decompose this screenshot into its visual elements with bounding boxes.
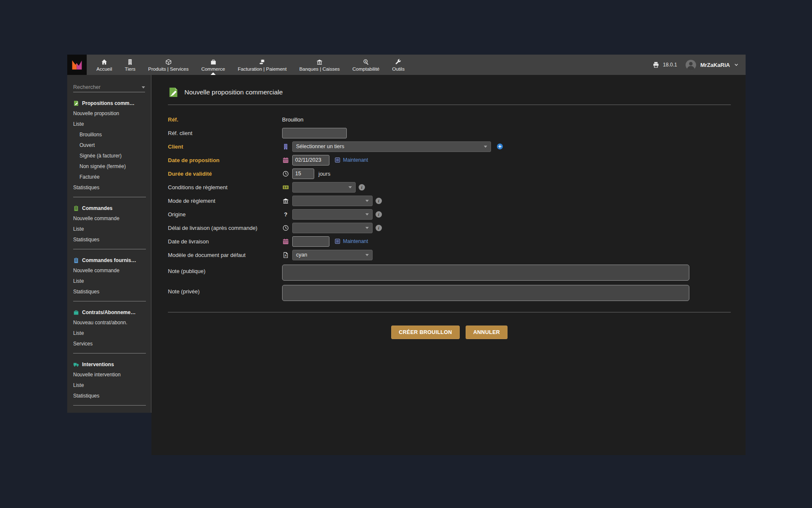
sidebar-section-header[interactable]: Interventions	[73, 362, 145, 367]
now-link[interactable]: Maintenant	[343, 157, 368, 163]
products-cube-icon	[165, 59, 172, 65]
form-row: Réf.Brouillon	[168, 113, 731, 126]
sidebar-item[interactable]: Nouvelle commande	[73, 265, 145, 276]
sidebar-separator	[73, 197, 146, 197]
page-title-row: Nouvelle proposition commerciale	[168, 87, 731, 98]
menu-item-comptabilit-[interactable]: $Comptabilité	[346, 55, 386, 75]
sidebar-item[interactable]: Nouvelle commande	[73, 213, 145, 224]
now-checkbox[interactable]	[335, 157, 340, 163]
menu-item-produits-services[interactable]: Produits | Services	[142, 55, 195, 75]
thirdparty-building-icon	[127, 59, 133, 65]
clock-icon	[282, 171, 289, 177]
top-navbar: AccueilTiersProduits | ServicesCommerceF…	[67, 55, 746, 75]
date-input[interactable]	[292, 155, 329, 166]
field-value: Maintenant	[282, 236, 368, 247]
form-row: Note (publique)	[168, 265, 731, 281]
sidebar-item[interactable]: Signée (à facturer)	[73, 150, 145, 161]
sidebar-section-header[interactable]: Commandes	[73, 205, 145, 211]
proposal-icon	[168, 87, 179, 98]
now-checkbox[interactable]	[335, 239, 340, 244]
form-row: Date de livraisonMaintenant	[168, 235, 731, 248]
sidebar-item[interactable]: Services	[73, 338, 145, 349]
company-building-icon	[282, 144, 289, 150]
caret-down-icon	[365, 200, 369, 202]
sidebar-item[interactable]: Statistiques	[73, 182, 145, 193]
document-model-icon: A	[282, 252, 289, 258]
menu-item-outils[interactable]: Outils	[386, 55, 411, 75]
sidebar-section-header[interactable]: Propositions comm…	[73, 100, 145, 106]
sidebar-item[interactable]: Liste	[73, 380, 145, 390]
home-icon	[101, 59, 107, 65]
form-row: Délai de livraison (après commande)i	[168, 221, 731, 235]
menu-item-commerce[interactable]: Commerce	[195, 55, 231, 75]
money-bill-icon: $	[282, 184, 289, 190]
svg-text:?: ?	[284, 211, 287, 218]
form-row: Origine?i	[168, 207, 731, 221]
select-field[interactable]: cyan	[292, 250, 373, 260]
proposal-form: Réf.BrouillonRéf. clientClientSélectionn…	[168, 113, 731, 301]
sidebar-item[interactable]: Nouveau contrat/abonn.	[73, 317, 145, 328]
sidebar-item[interactable]: Facturée	[73, 171, 145, 182]
info-icon[interactable]: i	[359, 184, 365, 190]
menu-item-label: Outils	[392, 66, 404, 72]
now-link[interactable]: Maintenant	[343, 238, 368, 244]
menu-item-accueil[interactable]: Accueil	[90, 55, 118, 75]
svg-text:$: $	[283, 185, 285, 189]
sidebar-item[interactable]: Brouillons	[73, 129, 145, 140]
sidebar-section-title: Interventions	[82, 362, 114, 367]
tools-wrench-icon	[395, 59, 401, 65]
sidebar-item[interactable]: Statistiques	[73, 234, 145, 245]
print-icon[interactable]	[653, 61, 659, 68]
select-field[interactable]: Sélectionner un tiers	[292, 141, 491, 152]
info-icon[interactable]: i	[376, 198, 382, 204]
date-input[interactable]	[292, 236, 329, 247]
title-separator	[168, 105, 731, 105]
select-field[interactable]	[292, 209, 373, 220]
bank-icon	[283, 198, 289, 204]
menu-item-tiers[interactable]: Tiers	[118, 55, 142, 75]
sidebar-item[interactable]: Liste	[73, 328, 145, 338]
sidebar-item[interactable]: Statistiques	[73, 286, 145, 297]
menu-item-facturation-paiement[interactable]: Facturation | Paiement	[231, 55, 293, 75]
text-input[interactable]	[282, 128, 347, 138]
create-draft-button[interactable]: CRÉER BROUILLON	[391, 326, 460, 339]
clock-icon	[283, 171, 289, 177]
sidebar-separator	[73, 249, 146, 249]
select-field[interactable]	[292, 223, 373, 233]
sidebar-section-header[interactable]: Contrats/Abonneme…	[73, 309, 145, 315]
app-logo[interactable]	[67, 55, 87, 75]
field-value	[282, 265, 689, 281]
search-input[interactable]	[73, 84, 142, 90]
chevron-down-icon[interactable]	[734, 62, 739, 67]
info-icon[interactable]: i	[376, 211, 382, 218]
note-textarea[interactable]	[282, 265, 689, 281]
sidebar-item[interactable]: Nouvelle intervention	[73, 369, 145, 380]
sidebar-item[interactable]: Liste	[73, 276, 145, 286]
info-icon[interactable]: i	[376, 225, 382, 231]
field-label: Durée de validité	[168, 171, 282, 177]
caret-down-icon	[484, 146, 487, 148]
field-label: Modèle de document par défaut	[168, 252, 282, 258]
select-field[interactable]	[292, 196, 373, 206]
calendar-icon	[282, 157, 289, 163]
clock-icon	[283, 225, 289, 231]
field-value	[282, 128, 347, 138]
search-dropdown-caret-icon[interactable]	[142, 86, 145, 88]
sidebar-item[interactable]: Ouvert	[73, 140, 145, 150]
menu-item-banques-caisses[interactable]: Banques | Caisses	[293, 55, 346, 75]
text-input[interactable]	[292, 168, 314, 179]
user-avatar[interactable]	[685, 59, 697, 71]
sidebar-item[interactable]: Non signée (fermée)	[73, 161, 145, 171]
note-textarea[interactable]	[282, 285, 689, 301]
sidebar-item[interactable]: Nouvelle proposition	[73, 108, 145, 119]
select-field[interactable]	[292, 182, 356, 193]
cancel-button[interactable]: ANNULER	[466, 326, 508, 339]
clock-icon	[282, 225, 289, 231]
form-actions: CRÉER BROUILLON ANNULER	[168, 326, 731, 339]
sidebar-item[interactable]: Liste	[73, 224, 145, 234]
sidebar-item[interactable]: Liste	[73, 119, 145, 129]
sidebar-item[interactable]: Statistiques	[73, 390, 145, 401]
username-label[interactable]: MrZaKaRiA	[700, 62, 730, 68]
sidebar-section-header[interactable]: Commandes fournis…	[73, 257, 145, 263]
add-thirdparty-icon[interactable]	[497, 143, 503, 150]
